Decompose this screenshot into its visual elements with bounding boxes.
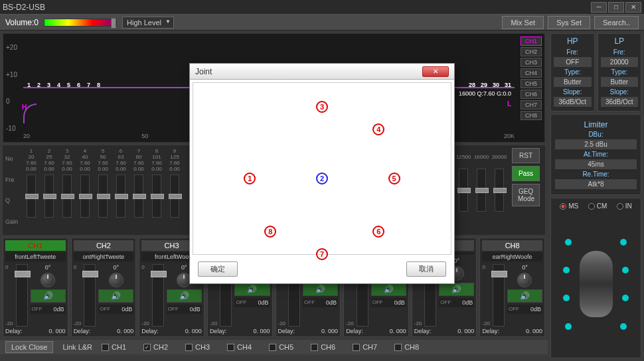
joint-node[interactable]: 8 xyxy=(264,226,276,238)
joint-node[interactable]: 5 xyxy=(388,173,400,184)
modal-ok-button[interactable]: 确定 xyxy=(198,261,238,277)
joint-node[interactable]: 7 xyxy=(316,248,328,260)
modal-cancel-button[interactable]: 取消 xyxy=(406,261,446,277)
modal-close-button[interactable]: ✕ xyxy=(422,66,449,77)
joint-node[interactable]: 3 xyxy=(316,101,328,113)
joint-canvas[interactable]: 34125867 xyxy=(193,82,451,255)
modal-title: Joint xyxy=(195,67,212,76)
joint-dialog: Joint ✕ 34125867 确定 取消 xyxy=(189,63,455,284)
modal-titlebar[interactable]: Joint ✕ xyxy=(190,64,454,80)
joint-node[interactable]: 4 xyxy=(372,123,384,135)
joint-node[interactable]: 6 xyxy=(372,226,384,238)
joint-node[interactable]: 1 xyxy=(244,173,256,184)
joint-node[interactable]: 2 xyxy=(316,173,328,184)
modal-footer: 确定 取消 xyxy=(190,257,454,283)
modal-overlay: Joint ✕ 34125867 确定 取消 xyxy=(0,0,644,361)
